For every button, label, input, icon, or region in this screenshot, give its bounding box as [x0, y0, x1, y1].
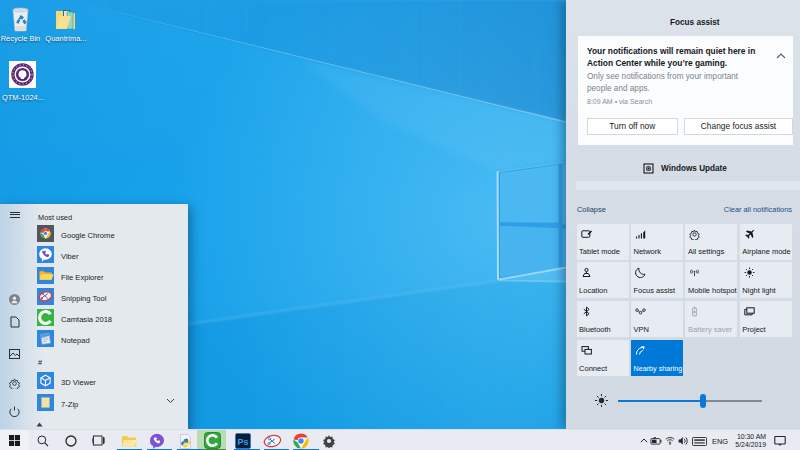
- svg-text:Ps: Ps: [237, 437, 248, 447]
